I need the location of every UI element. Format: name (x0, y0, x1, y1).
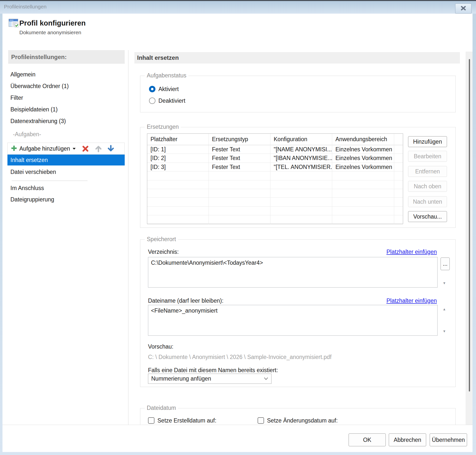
chevron-down-icon (73, 148, 76, 150)
radio-aktiviert[interactable] (149, 86, 155, 92)
file-exists-label: Falls eine Datei mit diesem Namen bereit… (148, 367, 278, 374)
edit-replacement-button[interactable]: Bearbeiten (408, 151, 447, 162)
table-cell-empty (147, 171, 209, 180)
group-label-ersetzungen: Ersetzungen (145, 124, 181, 130)
table-cell-empty (270, 207, 332, 215)
set-modified-date-checkbox[interactable] (258, 417, 264, 424)
table-cell[interactable]: Fester Text (209, 163, 270, 171)
table-cell-empty (332, 180, 394, 189)
content-heading: Inhalt ersetzen (134, 52, 460, 64)
move-down-button[interactable]: Nach unten (408, 196, 447, 207)
preview-button[interactable]: Vorschau... (408, 211, 447, 222)
table-cell-empty (332, 171, 394, 180)
sidebar-task-inhalt-ersetzen[interactable]: Inhalt ersetzen (7, 155, 125, 165)
content-scrollbar-track[interactable] (466, 52, 473, 425)
table-cell[interactable]: "[TEL. ANONYMISIER... (270, 163, 332, 171)
table-cell[interactable]: Fester Text (209, 154, 270, 162)
table-cell-empty (270, 198, 332, 206)
move-task-up-button[interactable] (95, 145, 102, 152)
window-title: Profileinstellungen (4, 4, 47, 10)
table-cell[interactable]: [ID: 3] (147, 163, 209, 171)
sidebar-task-datei-verschieben[interactable]: Datei verschieben (10, 168, 123, 176)
scroll-down-icon[interactable]: ▼ (443, 281, 446, 285)
table-cell[interactable]: Einzelnes Vorkommen (332, 145, 394, 154)
page-title: Profil konfigurieren (19, 19, 86, 27)
table-cell[interactable]: [ID: 1] (147, 145, 209, 154)
table-cell[interactable]: "[NAME ANONYMISI... (270, 145, 332, 154)
sidebar-item-filter[interactable]: Filter (10, 94, 123, 101)
table-cell-empty (209, 180, 270, 189)
replacements-table: Platzhalter Ersetzungstyp Konfiguration … (147, 133, 403, 224)
table-cell[interactable]: Einzelnes Vorkommen (332, 163, 394, 171)
content-scrollbar-thumb[interactable] (469, 59, 470, 391)
table-header-row: Platzhalter Ersetzungstyp Konfiguration … (147, 134, 403, 145)
sidebar-heading: Profileinstellungen: (8, 50, 125, 64)
table-cell-empty (394, 163, 403, 171)
sidebar-divider (12, 181, 88, 181)
sidebar-item-allgemein[interactable]: Allgemein (10, 71, 123, 78)
scroll-up-icon[interactable]: ▲ (443, 307, 446, 311)
table-cell-empty (332, 215, 394, 224)
move-task-down-button[interactable] (107, 145, 115, 152)
table-cell-empty (209, 207, 270, 215)
add-replacement-button[interactable]: Hinzufügen (408, 136, 447, 147)
scroll-down-icon[interactable]: ▼ (443, 329, 446, 333)
radio-deaktiviert-label[interactable]: Deaktiviert (158, 98, 185, 104)
delete-task-button[interactable] (82, 145, 89, 152)
sidebar-tasks-section-label: -Aufgaben- (13, 130, 126, 138)
sidebar-item-beispieldateien[interactable]: Beispieldateien (1) (10, 106, 123, 113)
table-cell-empty (394, 189, 403, 198)
radio-deaktiviert[interactable] (149, 98, 155, 104)
remove-replacement-button[interactable]: Entfernen (408, 166, 447, 177)
sidebar-item-ueberwachte-ordner[interactable]: Überwachte Ordner (1) (10, 82, 123, 90)
set-creation-date-checkbox[interactable] (148, 417, 154, 424)
apply-button[interactable]: Übernehmen (430, 433, 467, 446)
close-icon (461, 6, 466, 11)
table-cell-empty (270, 215, 332, 224)
table-body: [ID: 1] Fester Text "[NAME ANONYMISI... … (147, 145, 403, 224)
add-task-button[interactable]: Aufgabe hinzufügen (11, 145, 76, 152)
group-speicherort: Speicherort Verzeichnis: Platzhalter ein… (140, 239, 456, 387)
filename-input[interactable]: <FileName>_anonymisiert (148, 305, 438, 336)
radio-aktiviert-label[interactable]: Aktiviert (158, 86, 179, 92)
insert-placeholder-link-filename[interactable]: Platzhalter einfügen (387, 297, 437, 304)
cancel-button[interactable]: Abbrechen (389, 433, 426, 446)
column-header-ersetzungstyp[interactable]: Ersetzungstyp (209, 134, 270, 145)
titlebar[interactable]: Profileinstellungen (0, 0, 476, 14)
table-cell[interactable]: Einzelnes Vorkommen (332, 154, 394, 162)
move-up-button[interactable]: Nach oben (408, 181, 447, 192)
content-bottom-divider (2, 425, 473, 425)
table-cell-empty (147, 207, 209, 215)
directory-input[interactable]: C:\Dokumente\Anonymisiert\<TodaysYear4> (148, 257, 438, 288)
table-cell[interactable]: [ID: 2] (147, 154, 209, 162)
table-cell-empty (209, 189, 270, 198)
column-header-anwendungsbereich[interactable]: Anwendungsbereich (332, 134, 394, 145)
close-button[interactable] (455, 3, 472, 14)
table-cell-empty (147, 198, 209, 206)
insert-placeholder-link-directory[interactable]: Platzhalter einfügen (387, 249, 437, 255)
column-header-konfiguration[interactable]: Konfiguration (270, 134, 332, 145)
sidebar-item-im-anschluss[interactable]: Im Anschluss (10, 184, 123, 192)
group-label-speicherort: Speicherort (145, 236, 178, 243)
ok-button[interactable]: OK (349, 433, 386, 446)
table-cell-empty (394, 171, 403, 180)
sidebar-item-datenextrahierung[interactable]: Datenextrahierung (3) (10, 117, 123, 125)
preview-label: Vorschau: (148, 343, 173, 350)
set-modified-date-label[interactable]: Setze Änderungsdatum auf: (267, 417, 338, 424)
add-task-label: Aufgabe hinzufügen (19, 145, 70, 152)
arrow-up-icon (95, 145, 102, 152)
sidebar-item-dateigruppierung[interactable]: Dateigruppierung (10, 196, 123, 203)
column-header-platzhalter[interactable]: Platzhalter (147, 134, 209, 145)
chevron-down-icon (264, 377, 268, 380)
table-cell-empty (394, 154, 403, 162)
table-cell-empty (209, 215, 270, 224)
file-exists-select[interactable]: Nummerierung anfügen (148, 374, 271, 384)
file-exists-selected-value: Nummerierung anfügen (151, 375, 211, 382)
table-cell[interactable]: "[IBAN ANONYMISIE... (270, 154, 332, 162)
profile-settings-dialog: Profileinstellungen Profil konfigurieren (0, 0, 476, 455)
plus-icon (11, 145, 17, 152)
table-cell[interactable]: Fester Text (209, 145, 270, 154)
group-aufgabenstatus: Aufgabenstatus Aktiviert Deaktiviert (140, 76, 456, 112)
browse-directory-button[interactable]: ... (441, 258, 450, 270)
set-creation-date-label[interactable]: Setze Erstelldatum auf: (157, 417, 216, 424)
